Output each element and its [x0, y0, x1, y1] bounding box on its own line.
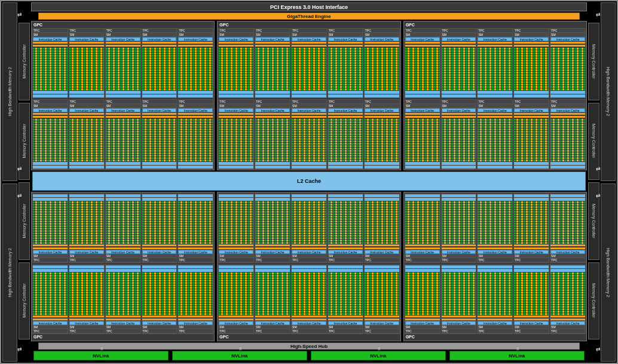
sm-label: SM [219, 33, 253, 37]
scheduler-bar [478, 244, 512, 246]
dispatch-bar [255, 247, 290, 249]
tpc: TPCSMInstruction Cache [105, 28, 141, 98]
shared-memory-bar [292, 194, 326, 197]
register-file-bar [292, 91, 326, 94]
tpc: TPCSMInstruction Cache [477, 264, 513, 334]
sm-row: TPCSMInstruction CacheTPCSMInstruction C… [405, 193, 586, 263]
dispatch-bar [365, 319, 399, 320]
tpc-label: TPC [255, 29, 290, 33]
tpc-label: TPC [405, 258, 440, 262]
scheduler-bar [365, 316, 399, 317]
sm-label: SM [219, 104, 253, 108]
sm-label: SM [292, 254, 326, 258]
tpc-label: TPC [219, 100, 253, 104]
cuda-core-array [33, 272, 68, 315]
gpc-label: GPC [405, 22, 586, 28]
cuda-core-array [292, 47, 326, 90]
scheduler-bar [514, 116, 549, 118]
instruction-cache: Instruction Cache [255, 108, 290, 112]
tpc-label: TPC [142, 258, 177, 262]
dispatch-bar [478, 319, 512, 320]
instruction-cache: Instruction Cache [550, 37, 585, 41]
shared-memory-bar [69, 194, 104, 197]
dispatch-bar [514, 113, 549, 115]
scheduler-bar [69, 316, 104, 317]
tpc-label: TPC [442, 329, 476, 334]
sm-label: SM [69, 104, 104, 108]
instruction-cache: Instruction Cache [178, 250, 213, 254]
scheduler-bar [178, 316, 213, 317]
register-file-bar [178, 91, 213, 94]
instruction-cache: Instruction Cache [550, 321, 585, 325]
tpc: TPCSMInstruction Cache [513, 99, 549, 169]
cuda-core-array [405, 272, 440, 315]
dispatch-bar [478, 113, 512, 115]
shared-memory-bar [33, 194, 68, 197]
shared-memory-bar [405, 94, 440, 97]
cuda-core-array [219, 272, 253, 315]
cuda-core-array [550, 47, 585, 90]
tpc-label: TPC [33, 100, 68, 104]
shared-memory-bar [69, 94, 104, 97]
scheduler-bar [328, 116, 363, 118]
shared-memory-bar [106, 166, 140, 169]
tpc-label: TPC [106, 329, 140, 334]
memory-controller: Memory Controller [19, 262, 30, 340]
instruction-cache: Instruction Cache [106, 37, 140, 41]
shared-memory-bar [328, 94, 363, 97]
scheduler-bar [550, 316, 585, 317]
sm-label: SM [405, 254, 440, 258]
cuda-core-array [328, 47, 363, 90]
gpc: GPCTPCSMInstruction CacheTPCSMInstructio… [403, 192, 587, 341]
tpc: TPCSMInstruction Cache [32, 264, 68, 334]
dispatch-bar [514, 319, 549, 320]
instruction-cache: Instruction Cache [405, 321, 440, 325]
scheduler-bar [478, 316, 512, 317]
dispatch-bar [255, 319, 290, 320]
memory-controller: Memory Controller [588, 23, 599, 100]
tpc: TPCSMInstruction Cache [69, 99, 105, 169]
sm-row: TPCSMInstruction CacheTPCSMInstruction C… [32, 264, 213, 334]
instruction-cache: Instruction Cache [478, 108, 512, 112]
dispatch-bar [219, 42, 253, 44]
dispatch-bar [292, 113, 326, 115]
tpc: TPCSMInstruction Cache [364, 28, 400, 98]
instruction-cache: Instruction Cache [514, 108, 549, 112]
register-file-bar [365, 162, 399, 165]
nvlink: NVLink↕↕ [311, 351, 446, 360]
register-file-bar [33, 91, 68, 94]
sm-label: SM [106, 325, 140, 329]
cuda-core-array [178, 201, 213, 244]
sm-label: SM [514, 33, 549, 37]
dispatch-bar [292, 319, 326, 320]
tpc: TPCSMInstruction Cache [255, 264, 290, 334]
instruction-cache: Instruction Cache [514, 250, 549, 254]
cuda-core-array [365, 272, 399, 315]
memory-controller-column-left: Memory Controller Memory Controller Memo… [19, 2, 30, 362]
tpc-label: TPC [33, 329, 68, 334]
instruction-cache: Instruction Cache [255, 250, 290, 254]
tpc: TPCSMInstruction Cache [32, 28, 68, 98]
bus-arrows-icon: ↕↕ [377, 346, 380, 351]
scheduler-bar [142, 244, 177, 246]
cuda-core-array [514, 118, 549, 161]
cuda-core-array [514, 272, 549, 315]
tpc-label: TPC [292, 29, 326, 33]
cuda-core-array [142, 47, 177, 90]
sm-label: SM [142, 325, 177, 329]
shared-memory-bar [69, 265, 104, 268]
dispatch-bar [442, 42, 476, 44]
tpc: TPCSMInstruction Cache [69, 264, 105, 334]
tpc: TPCSMInstruction Cache [255, 28, 290, 98]
scheduler-bar [106, 45, 140, 47]
sm-row: TPCSMInstruction CacheTPCSMInstruction C… [32, 28, 213, 98]
scheduler-bar [292, 316, 326, 317]
sm-label: SM [365, 33, 399, 37]
shared-memory-bar [255, 94, 290, 97]
sm-label: SM [550, 254, 585, 258]
gpc-label: GPC [32, 22, 213, 28]
tpc-label: TPC [292, 329, 326, 334]
shared-memory-bar [328, 166, 363, 169]
sm-row: TPCSMInstruction CacheTPCSMInstruction C… [405, 99, 586, 169]
shared-memory-bar [550, 94, 585, 97]
